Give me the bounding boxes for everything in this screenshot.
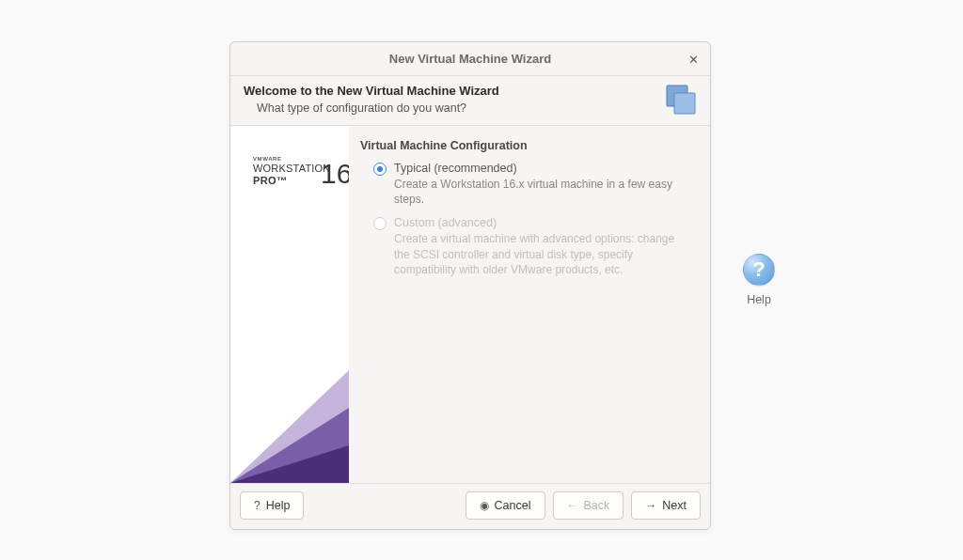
close-icon: ✕ — [688, 53, 699, 67]
option-custom-label: Custom (advanced) — [394, 216, 693, 229]
brand-workstation: WORKSTATION — [253, 163, 330, 175]
help-button[interactable]: ? Help — [240, 491, 304, 520]
brand-version: 16 — [321, 158, 349, 190]
header-subtitle: What type of configuration do you want? — [244, 101, 657, 115]
brand-text: VMWARE WORKSTATION PRO™ — [253, 156, 330, 186]
svg-rect-1 — [674, 93, 695, 114]
option-typical-desc: Create a Workstation 16.x virtual machin… — [394, 177, 693, 207]
next-button-label: Next — [662, 499, 687, 512]
cancel-button-label: Cancel — [495, 499, 531, 512]
body-area: VMWARE WORKSTATION PRO™ 16 Virtual Machi… — [230, 126, 710, 483]
header-title: Welcome to the New Virtual Machine Wizar… — [244, 84, 657, 98]
brand-artwork — [230, 267, 349, 483]
titlebar: New Virtual Machine Wizard ✕ — [230, 42, 710, 76]
radio-typical[interactable] — [373, 163, 387, 176]
section-title: Virtual Machine Configuration — [360, 139, 693, 152]
radio-custom — [373, 217, 387, 230]
option-typical-label[interactable]: Typical (recommended) — [394, 162, 693, 175]
header-text: Welcome to the New Virtual Machine Wizar… — [244, 84, 657, 115]
option-custom-desc: Create a virtual machine with advanced o… — [394, 231, 693, 277]
help-button-label: Help — [266, 499, 291, 512]
option-typical-text: Typical (recommended) Create a Workstati… — [394, 162, 693, 207]
option-typical[interactable]: Typical (recommended) Create a Workstati… — [360, 162, 693, 207]
desktop-help-launcher[interactable]: ? Help — [733, 254, 785, 306]
wizard-dialog: New Virtual Machine Wizard ✕ Welcome to … — [229, 41, 711, 530]
back-arrow-icon: ← — [567, 499, 578, 512]
footer-right-group: ◉ Cancel ← Back → Next — [466, 491, 701, 520]
next-arrow-icon: → — [645, 499, 656, 512]
options-panel: Virtual Machine Configuration Typical (r… — [349, 126, 710, 483]
back-button: ← Back — [553, 491, 624, 520]
footer: ? Help ◉ Cancel ← Back → Next — [230, 483, 710, 529]
desktop-help-label: Help — [747, 293, 771, 306]
option-custom-text: Custom (advanced) Create a virtual machi… — [394, 216, 693, 277]
help-icon: ? — [254, 499, 260, 512]
close-button[interactable]: ✕ — [684, 50, 703, 69]
brand-pro: PRO™ — [253, 175, 330, 187]
header-area: Welcome to the New Virtual Machine Wizar… — [230, 76, 710, 126]
brand-vmware: VMWARE — [253, 156, 330, 163]
dialog-title: New Virtual Machine Wizard — [389, 52, 551, 66]
cancel-button[interactable]: ◉ Cancel — [466, 491, 545, 520]
question-icon: ? — [743, 254, 775, 286]
next-button[interactable]: → Next — [631, 491, 701, 520]
back-button-label: Back — [584, 499, 610, 512]
branding-panel: VMWARE WORKSTATION PRO™ 16 — [230, 126, 349, 483]
option-custom: Custom (advanced) Create a virtual machi… — [360, 216, 693, 277]
cancel-icon: ◉ — [480, 499, 489, 512]
vm-icon — [665, 84, 697, 116]
